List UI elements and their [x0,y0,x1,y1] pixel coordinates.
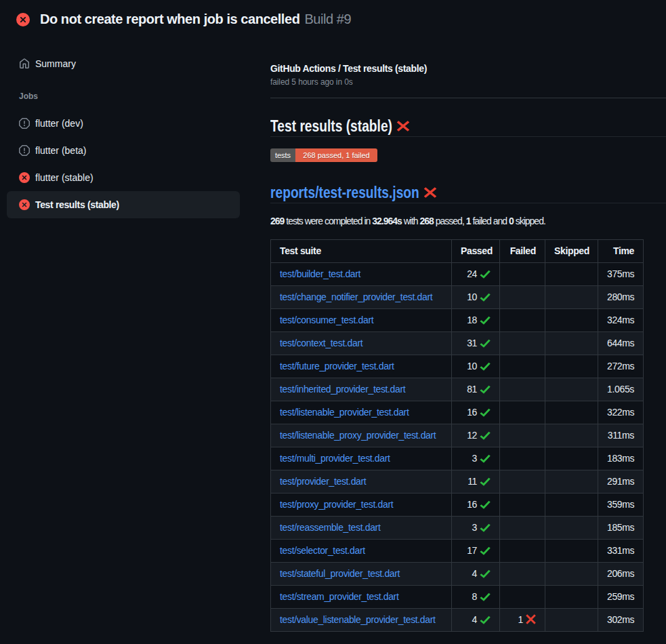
report-file-link[interactable]: reports/test-results.json [270,182,419,203]
green-check-icon [480,546,491,555]
sidebar-job-flutter-beta-[interactable]: flutter (beta) [7,137,240,164]
check-status-line: failed 5 hours ago in 0s [270,76,666,88]
cell-failed [500,401,545,424]
table-row: test/proxy_provider_test.dart16359ms [271,494,644,517]
sidebar-job-flutter-stable-[interactable]: flutter (stable) [7,164,240,191]
column-header-time: Time [598,240,644,263]
test-suite-link[interactable]: test/listenable_provider_test.dart [280,407,409,418]
jobs-section-label: Jobs [7,90,240,102]
cell-failed [500,540,545,563]
stop-icon [19,118,30,129]
time-count: 311ms [608,430,634,441]
passed-count: 10 [467,361,477,371]
cell-failed [500,263,545,286]
cell-passed: 16 [452,401,500,424]
cell-passed: 10 [452,286,500,309]
table-row: test/change_notifier_provider_test.dart1… [271,286,644,309]
table-row: test/multi_provider_test.dart3183ms [271,447,644,470]
cell-failed [500,447,545,470]
table-row: test/provider_test.dart11291ms [271,470,644,494]
cell-test-suite: test/stateful_provider_test.dart [271,563,452,586]
column-header-skipped: Skipped [545,240,598,263]
cell-skipped [545,355,598,378]
cell-skipped [545,586,598,609]
home-icon [19,58,30,69]
test-suite-link[interactable]: test/future_provider_test.dart [280,361,394,371]
cell-failed [500,332,545,355]
passed-count: 8 [472,591,477,602]
test-suite-link[interactable]: test/builder_test.dart [280,268,360,279]
green-check-icon [480,430,491,440]
test-suite-link[interactable]: test/multi_provider_test.dart [280,453,390,464]
cell-test-suite: test/change_notifier_provider_test.dart [271,286,452,309]
test-suite-link[interactable]: test/context_test.dart [280,338,362,348]
cell-failed [500,586,545,609]
test-suite-link[interactable]: test/stateful_provider_test.dart [280,568,400,579]
test-suite-link[interactable]: test/stream_provider_test.dart [280,591,398,602]
test-suite-link[interactable]: test/proxy_provider_test.dart [280,499,393,510]
cell-time: 302ms [598,609,644,632]
table-row: test/context_test.dart31644ms [271,332,644,355]
time-count: 183ms [607,453,634,464]
time-count: 331ms [607,545,634,556]
x-circle-fill-icon [19,172,30,183]
test-suite-link[interactable]: test/reassemble_test.dart [280,522,380,533]
time-count: 272ms [607,361,634,371]
cell-test-suite: test/listenable_proxy_provider_test.dart [271,424,452,447]
green-check-icon [480,592,491,601]
passed-count: 16 [467,499,477,510]
test-suite-link[interactable]: test/selector_test.dart [280,545,365,556]
cell-skipped [545,494,598,517]
column-header-passed: Passed [452,240,500,263]
table-row: test/future_provider_test.dart10272ms [271,355,644,378]
cell-failed [500,563,545,586]
run-build-number: Build #9 [304,12,351,27]
cell-failed [500,517,545,540]
cell-time: 375ms [598,263,644,286]
table-row: test/value_listenable_provider_test.dart… [271,609,644,632]
check-run-content: GitHub Actions / Test results (stable) f… [265,39,666,632]
cell-skipped [545,424,598,447]
cell-test-suite: test/selector_test.dart [271,540,452,563]
cell-failed [500,309,545,332]
cell-time: 259ms [598,586,644,609]
cell-time: 185ms [598,517,644,540]
cell-passed: 24 [452,263,500,286]
cell-time: 291ms [598,470,644,494]
test-suite-link[interactable]: test/inherited_provider_test.dart [280,384,405,395]
cell-time: 272ms [598,355,644,378]
table-row: test/consumer_test.dart18324ms [271,309,644,332]
cell-test-suite: test/listenable_provider_test.dart [271,401,452,424]
passed-count: 4 [472,568,477,579]
cell-passed: 81 [452,378,500,401]
test-suite-link[interactable]: test/provider_test.dart [280,476,366,487]
cell-failed [500,355,545,378]
summary-text: skipped. [514,216,545,226]
run-header: Do not create report when job is cancell… [0,0,666,39]
time-count: 259ms [607,591,634,602]
sidebar-job-test-results-stable-[interactable]: Test results (stable) [7,191,240,218]
test-suite-link[interactable]: test/consumer_test.dart [280,315,373,325]
test-suite-link[interactable]: test/change_notifier_provider_test.dart [280,291,432,302]
table-row: test/inherited_provider_test.dart811.065… [271,378,644,401]
test-suite-link[interactable]: test/listenable_proxy_provider_test.dart [280,430,436,441]
table-header-row: Test suitePassedFailedSkippedTime [271,240,644,263]
header-separator [270,98,666,98]
job-label: flutter (beta) [35,145,86,156]
cell-passed: 18 [452,309,500,332]
sidebar-item-summary[interactable]: Summary [7,50,240,77]
cell-time: 324ms [598,309,644,332]
time-count: 206ms [607,568,634,579]
cell-failed: 1 [500,609,545,632]
cell-skipped [545,447,598,470]
sidebar-job-flutter-dev-[interactable]: flutter (dev) [7,110,240,137]
cell-passed: 11 [452,470,500,494]
time-count: 280ms [607,291,634,302]
time-count: 359ms [607,499,634,510]
passed-count: 16 [467,407,477,418]
summary-number: 269 [270,216,284,226]
cell-passed: 12 [452,424,500,447]
green-check-icon [480,500,491,509]
test-suite-link[interactable]: test/value_listenable_provider_test.dart [280,614,436,625]
cell-failed [500,378,545,401]
